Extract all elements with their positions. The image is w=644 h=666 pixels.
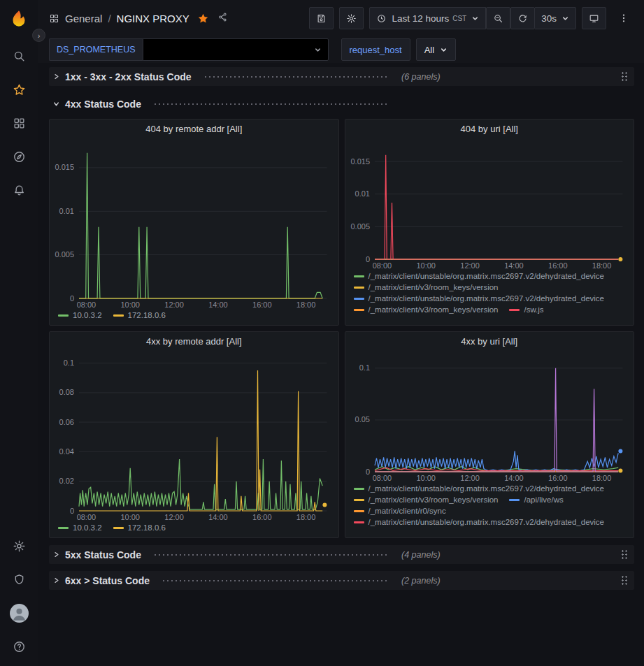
panel-404-by-remote-addr: 404 by remote addr [All] 00.0050.010.015… (49, 119, 339, 326)
sidebar-item-dashboards[interactable] (4, 109, 34, 137)
svg-text:0.08: 0.08 (59, 388, 74, 396)
legend-label: 172.18.0.6 (128, 311, 166, 319)
panel-title[interactable]: 404 by remote addr [All] (50, 120, 338, 138)
sidebar-item-search[interactable] (4, 42, 34, 70)
favorite-star-icon[interactable] (197, 13, 209, 24)
sidebar-item-configuration[interactable] (4, 532, 34, 560)
refresh-interval-dropdown[interactable]: 30s (535, 7, 576, 29)
svg-text:12:00: 12:00 (460, 474, 480, 482)
svg-text:0.04: 0.04 (59, 447, 74, 456)
row-title: 6xx > Status Code (65, 575, 150, 586)
panel-chart-area[interactable]: 00.050.108:0010:0012:0014:0016:0018:00 (345, 351, 634, 483)
legend-swatch (113, 527, 124, 529)
legend-item[interactable]: 10.0.3.2 (58, 311, 102, 319)
person-icon (10, 604, 29, 623)
svg-text:14:00: 14:00 (504, 474, 524, 482)
panel-chart-area[interactable]: 00.0050.010.01508:0010:0012:0014:0016:00… (345, 138, 634, 270)
row-5xx[interactable]: 5xx Status Code (4 panels) (49, 545, 634, 564)
legend-item[interactable]: /_matrix/client/unstable/org.matrix.msc2… (354, 294, 605, 303)
row-drag-handle[interactable] (621, 575, 628, 586)
breadcrumb: General / NGINX PROXY (49, 12, 228, 24)
legend-item[interactable]: 172.18.0.6 (113, 311, 166, 319)
legend-item[interactable]: /_matrix/client/r0/sync (354, 507, 446, 515)
timeseries-chart: 00.020.040.060.080.108:0010:0012:0014:00… (51, 351, 337, 522)
row-title-group: 5xx Status Code (65, 549, 396, 560)
sidebar-item-help[interactable] (4, 632, 34, 660)
request-host-select[interactable]: All (416, 38, 456, 61)
svg-text:14:00: 14:00 (504, 261, 524, 270)
zoom-out-time-button[interactable] (486, 7, 510, 29)
kebab-menu-button[interactable] (612, 7, 636, 29)
chevron-down-icon (561, 15, 569, 22)
legend-label: /_matrix/client/v3/room_keys/version (368, 495, 499, 504)
row-title-group: 4xx Status Code (65, 99, 396, 110)
legend-item[interactable]: /_matrix/client/v3/room_keys/version (354, 495, 499, 504)
legend-item[interactable]: /_matrix/client/v3/room_keys/version (354, 283, 499, 291)
svg-text:0.015: 0.015 (350, 157, 370, 166)
time-range-picker[interactable]: Last 12 hours CST (369, 7, 486, 29)
legend-item[interactable]: /_matrix/client/unstable/org.matrix.msc2… (354, 484, 605, 493)
refresh-button[interactable] (510, 7, 535, 29)
chevron-right-icon (52, 73, 60, 80)
breadcrumb-separator: / (108, 13, 110, 24)
row-dotted-leader (203, 76, 389, 78)
svg-text:18:00: 18:00 (296, 513, 316, 521)
share-dashboard-button[interactable] (217, 12, 228, 24)
grafana-logo[interactable] (5, 6, 33, 34)
row-title-group: 6xx > Status Code (65, 575, 396, 586)
row-drag-handle[interactable] (621, 549, 628, 560)
svg-text:18:00: 18:00 (296, 301, 316, 309)
legend-item[interactable]: /sw.js (509, 305, 543, 314)
svg-text:10:00: 10:00 (416, 261, 436, 270)
gear-icon (13, 540, 26, 553)
time-range-label: Last 12 hours (392, 13, 449, 24)
tv-mode-button[interactable] (582, 7, 606, 29)
svg-text:0.1: 0.1 (64, 359, 74, 367)
legend-item[interactable]: /_matrix/client/unstable/org.matrix.msc2… (354, 272, 605, 280)
legend-swatch (58, 314, 69, 317)
chevron-down-icon (314, 46, 322, 54)
datasource-select[interactable] (143, 38, 329, 61)
legend-item[interactable]: 10.0.3.2 (58, 523, 102, 532)
sidebar-item-starred[interactable] (4, 75, 34, 103)
panel-legend: 10.0.3.2172.18.0.6 (50, 310, 338, 325)
timeseries-chart: 00.0050.010.01508:0010:0012:0014:0016:00… (347, 138, 633, 270)
legend-item[interactable]: 172.18.0.6 (113, 523, 166, 532)
variable-datasource: DS_PROMETHEUS (49, 38, 329, 61)
expand-sidebar-button[interactable]: › (32, 29, 45, 42)
sidebar-nav-bottom (4, 532, 34, 666)
row-4xx[interactable]: 4xx Status Code (49, 94, 634, 113)
breadcrumb-section[interactable]: General (65, 13, 102, 24)
legend-item[interactable]: /_matrix/client/unstable/org.matrix.msc2… (354, 518, 605, 526)
svg-text:16:00: 16:00 (548, 474, 568, 482)
panel-title[interactable]: 4xx by uri [All] (345, 332, 634, 351)
save-dashboard-button[interactable] (309, 7, 334, 29)
dashboard-settings-button[interactable] (339, 7, 364, 29)
sidebar-item-profile[interactable] (4, 599, 34, 627)
legend-swatch (354, 510, 364, 512)
svg-text:0: 0 (70, 294, 74, 303)
legend-item[interactable]: /api/live/ws (509, 495, 563, 504)
row-6xx[interactable]: 6xx > Status Code (2 panels) (49, 571, 634, 590)
sidebar-item-alerting[interactable] (4, 176, 34, 204)
zoom-out-icon (493, 13, 503, 24)
dashboard-title[interactable]: NGINX PROXY (117, 13, 189, 24)
row-drag-handle[interactable] (621, 71, 628, 82)
row-1xx-3xx-2xx[interactable]: 1xx - 3xx - 2xx Status Code (6 panels) (49, 67, 634, 86)
legend-item[interactable]: /_matrix/client/v3/room_keys/version (354, 305, 499, 314)
panel-chart-area[interactable]: 00.0050.010.01508:0010:0012:0014:0016:00… (50, 138, 338, 310)
svg-text:0.06: 0.06 (59, 418, 74, 426)
chevron-down-icon (52, 100, 60, 108)
timezone-label: CST (452, 15, 466, 22)
grafana-app: › General / NGINX PROXY (0, 0, 644, 666)
legend-swatch (354, 488, 364, 490)
svg-text:0.015: 0.015 (55, 163, 74, 171)
legend-label: /_matrix/client/v3/room_keys/version (368, 283, 499, 291)
panel-title[interactable]: 404 by uri [All] (345, 120, 634, 138)
panel-title[interactable]: 4xx by remote addr [All] (50, 332, 338, 351)
panel-chart-area[interactable]: 00.020.040.060.080.108:0010:0012:0014:00… (50, 351, 338, 522)
sidebar-item-explore[interactable] (4, 143, 34, 171)
sidebar-item-server-admin[interactable] (4, 565, 34, 593)
dashboard-icon (49, 13, 59, 24)
legend-swatch (354, 287, 364, 289)
